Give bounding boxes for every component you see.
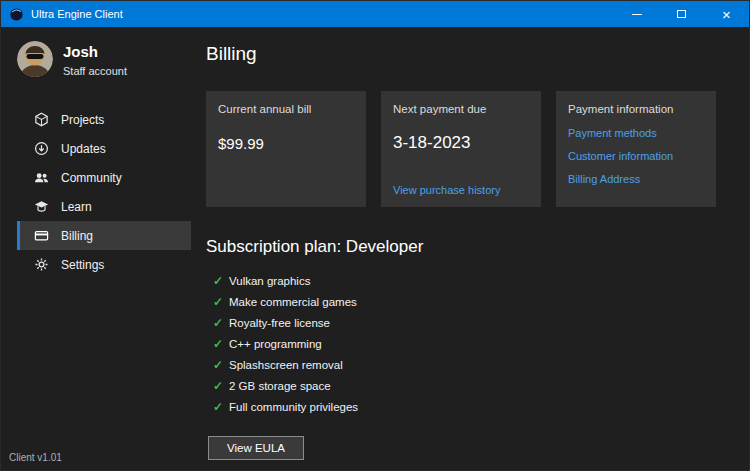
payment-methods-link[interactable]: Payment methods [568, 127, 704, 139]
sidebar-item-learn[interactable]: Learn [17, 192, 191, 221]
feature-item: ✓ Full community privileges [213, 400, 729, 414]
feature-item: ✓ Royalty-free license [213, 316, 729, 330]
sidebar-item-updates[interactable]: Updates [17, 134, 191, 163]
subscription-plan-title: Subscription plan: Developer [206, 237, 729, 257]
titlebar: Ultra Engine Client × [1, 1, 749, 27]
maximize-button[interactable] [659, 1, 704, 27]
feature-list: ✓ Vulkan graphics ✓ Make commercial game… [206, 274, 729, 414]
sidebar-item-community[interactable]: Community [17, 163, 191, 192]
current-bill-amount: $99.99 [218, 135, 354, 152]
feature-label: Royalty-free license [229, 317, 330, 329]
card-current-annual-bill: Current annual bill $99.99 [206, 91, 366, 207]
card-title: Current annual bill [218, 103, 354, 115]
app-logo-icon [9, 7, 24, 22]
avatar [17, 41, 53, 77]
window-title: Ultra Engine Client [31, 8, 614, 20]
view-eula-button[interactable]: View EULA [208, 436, 304, 460]
sidebar: Josh Staff account Projects [1, 27, 191, 470]
feature-label: Full community privileges [229, 401, 358, 413]
feature-item: ✓ Make commercial games [213, 295, 729, 309]
user-role: Staff account [63, 65, 127, 77]
sidebar-menu: Projects Updates [1, 105, 191, 279]
sidebar-item-label: Projects [61, 113, 104, 127]
check-icon: ✓ [213, 337, 229, 351]
main-content: Billing Current annual bill $99.99 Next … [191, 27, 749, 470]
user-name: Josh [63, 43, 127, 60]
billing-icon [34, 228, 49, 243]
projects-icon [34, 112, 49, 127]
feature-label: Splashscreen removal [229, 359, 343, 371]
check-icon: ✓ [213, 358, 229, 372]
card-payment-information: Payment information Payment methods Cust… [556, 91, 716, 207]
feature-item: ✓ Vulkan graphics [213, 274, 729, 288]
sidebar-item-projects[interactable]: Projects [17, 105, 191, 134]
card-next-payment-due: Next payment due 3-18-2023 View purchase… [381, 91, 541, 207]
close-icon: × [722, 7, 731, 22]
updates-icon [34, 141, 49, 156]
close-button[interactable]: × [704, 1, 749, 27]
check-icon: ✓ [213, 274, 229, 288]
feature-item: ✓ C++ programming [213, 337, 729, 351]
feature-item: ✓ Splashscreen removal [213, 358, 729, 372]
payment-links: Payment methods Customer information Bil… [568, 127, 704, 196]
check-icon: ✓ [213, 295, 229, 309]
minimize-icon [632, 14, 642, 15]
view-purchase-history-link[interactable]: View purchase history [393, 184, 529, 196]
customer-information-link[interactable]: Customer information [568, 150, 704, 162]
feature-label: C++ programming [229, 338, 322, 350]
feature-label: Make commercial games [229, 296, 357, 308]
settings-gear-icon [34, 257, 49, 272]
card-title: Payment information [568, 103, 704, 115]
billing-address-link[interactable]: Billing Address [568, 173, 704, 185]
page-title: Billing [206, 43, 729, 65]
feature-label: Vulkan graphics [229, 275, 310, 287]
app-window: Ultra Engine Client × [0, 0, 750, 471]
card-title: Next payment due [393, 103, 529, 115]
next-payment-date: 3-18-2023 [393, 133, 529, 153]
sidebar-item-billing[interactable]: Billing [17, 221, 191, 250]
client-version: Client v1.01 [9, 452, 62, 463]
sidebar-item-settings[interactable]: Settings [17, 250, 191, 279]
check-icon: ✓ [213, 379, 229, 393]
feature-label: 2 GB storage space [229, 380, 331, 392]
learn-icon [34, 199, 49, 214]
feature-item: ✓ 2 GB storage space [213, 379, 729, 393]
window-controls: × [614, 1, 749, 27]
maximize-icon [677, 10, 686, 18]
minimize-button[interactable] [614, 1, 659, 27]
sidebar-item-label: Community [61, 171, 122, 185]
sidebar-item-label: Settings [61, 258, 104, 272]
sidebar-item-label: Learn [61, 200, 92, 214]
app-body: Josh Staff account Projects [1, 27, 749, 470]
user-profile: Josh Staff account [1, 27, 191, 77]
sidebar-item-label: Billing [61, 229, 93, 243]
sidebar-item-label: Updates [61, 142, 106, 156]
community-icon [34, 170, 49, 185]
check-icon: ✓ [213, 400, 229, 414]
user-meta: Josh Staff account [63, 41, 127, 77]
check-icon: ✓ [213, 316, 229, 330]
billing-cards: Current annual bill $99.99 Next payment … [206, 91, 729, 207]
